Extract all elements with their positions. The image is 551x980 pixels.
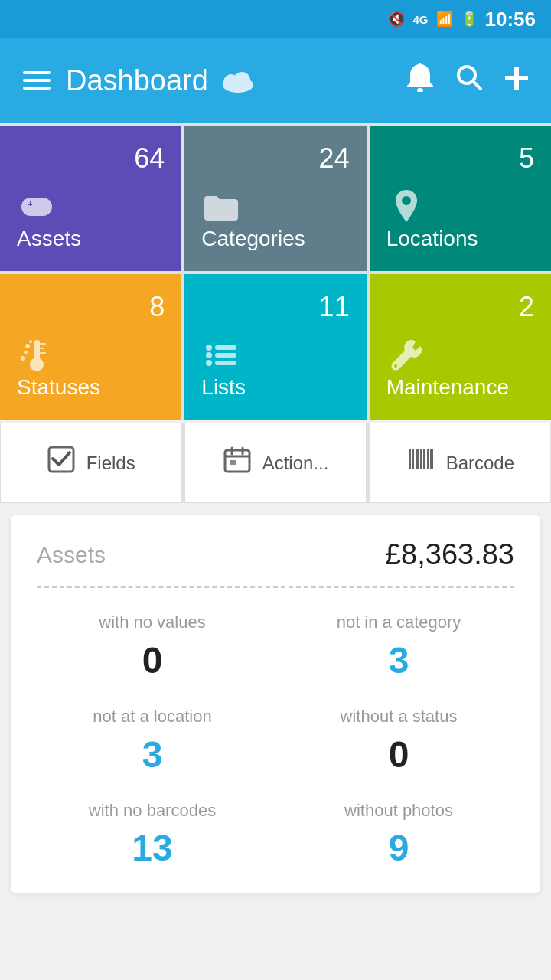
stat-no-location-label: not at a location [93, 705, 211, 729]
actions-label: Action... [262, 452, 329, 474]
tile-categories[interactable]: 24 Categories [184, 126, 366, 271]
stat-no-barcodes: with no barcodes 13 [37, 799, 268, 867]
maintenance-count: 2 [519, 291, 534, 323]
stat-no-category: not in a category 3 [283, 611, 514, 679]
locations-count: 5 [519, 142, 534, 175]
barcode-label: Barcode [446, 452, 514, 474]
barcode-tile[interactable]: Barcode [370, 423, 551, 503]
bottom-tiles: Fields Action... Barco [0, 423, 551, 503]
statuses-label: Statuses [17, 375, 165, 400]
svg-line-5 [473, 81, 481, 90]
navbar-title: Dashboard [66, 64, 392, 97]
calendar-icon [223, 445, 252, 481]
stat-no-values-label: with no values [99, 611, 205, 635]
tile-assets[interactable]: 64 Assets [0, 126, 181, 271]
tile-maintenance[interactable]: 2 Maintenance [370, 274, 551, 420]
pin-icon [386, 175, 534, 227]
svg-point-23 [21, 356, 25, 361]
svg-rect-10 [30, 201, 31, 206]
svg-rect-28 [215, 353, 236, 358]
lists-label: Lists [201, 375, 349, 400]
svg-point-21 [25, 344, 30, 348]
svg-point-15 [402, 196, 411, 205]
mute-icon: 🔇 [388, 11, 405, 28]
fields-tile[interactable]: Fields [0, 423, 181, 503]
barcode-icon [406, 445, 435, 481]
tile-lists[interactable]: 11 Lists [184, 274, 366, 420]
svg-rect-41 [420, 449, 422, 469]
svg-point-13 [38, 207, 41, 210]
stat-no-location-value: 3 [142, 737, 163, 773]
folder-icon [201, 175, 349, 227]
maintenance-label: Maintenance [386, 375, 534, 400]
stat-no-category-value: 3 [389, 642, 409, 679]
categories-label: Categories [201, 227, 349, 251]
svg-point-27 [206, 352, 212, 358]
status-bar: 🔇 4G 📶 🔋 10:56 [0, 0, 551, 38]
svg-rect-19 [40, 348, 44, 349]
add-button[interactable] [505, 66, 528, 96]
stat-no-photos-value: 9 [389, 830, 409, 867]
svg-rect-33 [225, 450, 249, 472]
stat-no-photos: without photos 9 [283, 799, 514, 867]
stat-no-status: without a status 0 [283, 705, 514, 773]
status-icons: 🔇 4G 📶 🔋 10:56 [388, 8, 536, 31]
lists-count: 11 [319, 291, 350, 323]
svg-rect-30 [215, 361, 236, 365]
navbar: Dashboard [0, 38, 551, 122]
stat-no-photos-label: without photos [344, 799, 453, 823]
stat-no-category-label: not in a category [337, 611, 461, 635]
svg-rect-40 [416, 449, 419, 469]
stat-no-status-label: without a status [341, 705, 458, 729]
svg-rect-20 [40, 352, 46, 354]
tile-statuses[interactable]: 8 Statuses [0, 274, 181, 420]
svg-point-3 [417, 88, 423, 92]
clock: 10:56 [485, 8, 536, 31]
svg-point-11 [41, 204, 44, 207]
fields-label: Fields [86, 452, 135, 474]
svg-rect-26 [215, 345, 236, 350]
battery-icon: 🔋 [461, 11, 478, 28]
svg-point-25 [206, 345, 212, 351]
svg-point-24 [29, 340, 32, 343]
notification-button[interactable] [407, 63, 433, 98]
svg-point-12 [44, 207, 47, 210]
tile-locations[interactable]: 5 Locations [370, 126, 551, 271]
svg-rect-42 [423, 449, 425, 469]
svg-rect-38 [409, 449, 411, 469]
assets-card-total: £8,363.83 [385, 538, 514, 571]
assets-card-title: Assets [37, 542, 106, 568]
fourG-icon: 4G [412, 13, 428, 26]
assets-card: Assets £8,363.83 with no values 0 not in… [11, 515, 540, 893]
assets-card-header: Assets £8,363.83 [37, 538, 514, 588]
svg-point-2 [233, 72, 250, 89]
actions-tile[interactable]: Action... [184, 423, 366, 503]
gamepad-icon [17, 175, 165, 227]
svg-rect-7 [505, 76, 528, 80]
svg-rect-8 [21, 198, 52, 216]
search-button[interactable] [456, 64, 482, 96]
assets-label: Assets [17, 227, 165, 251]
stat-no-location: not at a location 3 [37, 705, 268, 773]
stat-no-barcodes-value: 13 [132, 830, 172, 867]
menu-button[interactable] [23, 71, 51, 90]
svg-rect-39 [412, 449, 414, 469]
svg-rect-37 [230, 460, 236, 465]
wrench-icon [386, 323, 534, 375]
svg-rect-43 [427, 449, 429, 469]
categories-count: 24 [319, 142, 350, 175]
stat-no-values: with no values 0 [37, 611, 268, 679]
navbar-actions [407, 63, 528, 98]
list-icon [201, 323, 349, 375]
svg-point-14 [41, 210, 44, 213]
assets-stats-grid: with no values 0 not in a category 3 not… [37, 611, 514, 867]
stat-no-values-value: 0 [142, 642, 163, 679]
svg-rect-18 [40, 343, 46, 345]
svg-point-17 [30, 358, 44, 371]
cloud-icon [220, 68, 256, 93]
svg-rect-44 [430, 449, 433, 469]
stat-no-barcodes-label: with no barcodes [89, 799, 216, 823]
locations-label: Locations [386, 227, 534, 251]
svg-point-31 [394, 364, 397, 368]
svg-point-29 [206, 360, 212, 366]
